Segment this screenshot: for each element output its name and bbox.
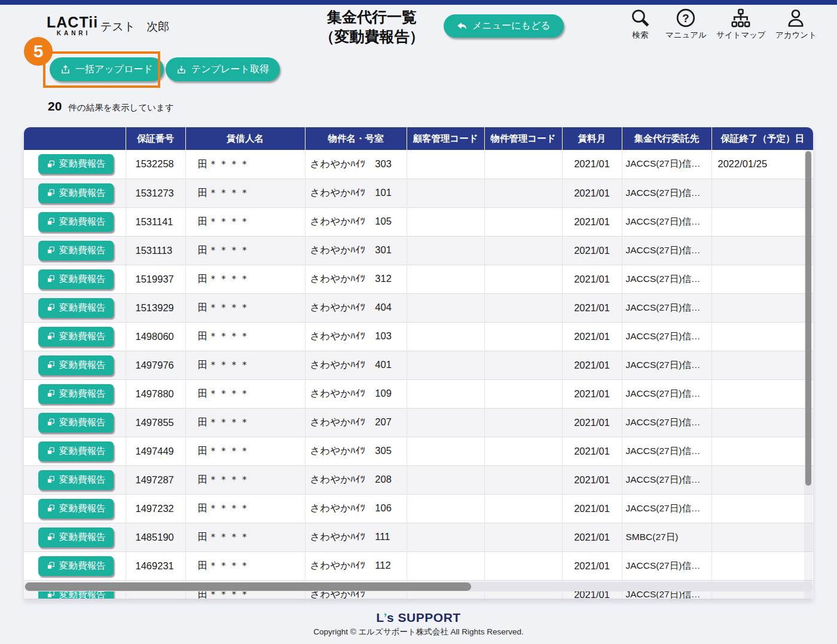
property-room-cell: さわやかﾊｲﾂ 111 [305, 523, 407, 551]
variable-cost-report-button[interactable]: 変動費報告 [38, 470, 114, 490]
action-cell: 変動費報告 [24, 293, 126, 322]
variable-cost-report-label: 変動費報告 [59, 560, 106, 572]
account-icon [785, 7, 807, 29]
nav-item-account[interactable]: アカウント [775, 7, 817, 41]
table-row: 変動費報告 1531113 田＊＊＊＊ さわやかﾊｲﾂ 301 2021/01 … [24, 236, 813, 265]
rent-month-cell: 2021/01 [562, 293, 622, 322]
property-code-cell [484, 236, 562, 265]
reply-arrow-icon [457, 22, 468, 31]
user-name: テスト 次郎 [100, 19, 169, 35]
variable-cost-report-button[interactable]: 変動費報告 [38, 413, 114, 433]
collection-agency-table: 保証番号 賃借人名 物件名・号室 顧客管理コード 物件管理コード 賃料月 集金代… [24, 127, 813, 599]
guarantee-end-date-cell [711, 236, 813, 265]
result-count: 20 件の結果を表示しています [48, 99, 174, 114]
copy-document-icon [46, 160, 56, 169]
copy-document-icon [46, 360, 56, 370]
customer-code-cell [407, 207, 484, 236]
property-code-cell [484, 351, 562, 379]
top-accent-bar [0, 0, 837, 5]
header-property-code: 物件管理コード [484, 127, 562, 150]
guarantee-end-date-cell [711, 351, 813, 379]
rent-month-cell: 2021/01 [562, 322, 622, 351]
action-cell: 変動費報告 [24, 408, 126, 437]
variable-cost-report-label: 変動費報告 [59, 330, 106, 343]
nav-item-manual[interactable]: ? マニュアル [665, 7, 707, 41]
variable-cost-report-button[interactable]: 変動費報告 [38, 499, 114, 519]
table-row: 変動費報告 1497855 田＊＊＊＊ さわやかﾊｲﾂ 207 2021/01 … [24, 408, 813, 437]
property-room-cell: さわやかﾊｲﾂ 312 [305, 265, 407, 293]
footer-logo-l: L [376, 611, 383, 624]
property-code-cell [484, 494, 562, 523]
get-template-label: テンプレート取得 [191, 63, 269, 76]
variable-cost-report-label: 変動費報告 [59, 416, 106, 429]
customer-code-cell [407, 351, 484, 379]
variable-cost-report-button[interactable]: 変動費報告 [38, 269, 114, 289]
nav-item-sitemap[interactable]: サイトマップ [716, 7, 766, 41]
header-nav: 検索 ? マニュアル サイトマップ [625, 7, 817, 41]
variable-cost-report-button[interactable]: 変動費報告 [38, 556, 114, 576]
result-count-text: 件の結果を表示しています [68, 102, 173, 114]
guarantee-number-cell: 1531141 [126, 207, 185, 236]
vertical-scrollbar-thumb[interactable] [805, 151, 811, 486]
variable-cost-report-button[interactable]: 変動費報告 [38, 183, 114, 203]
tenant-name-cell: 田＊＊＊＊ [185, 236, 305, 265]
rent-month-cell: 2021/01 [562, 179, 622, 207]
variable-cost-report-button[interactable]: 変動費報告 [38, 154, 114, 174]
copy-document-icon [46, 561, 56, 571]
tenant-name-cell: 田＊＊＊＊ [185, 179, 305, 207]
guarantee-end-date-cell [711, 293, 813, 322]
property-room-cell: さわやかﾊｲﾂ 305 [305, 437, 407, 465]
property-room-cell: さわやかﾊｲﾂ 208 [305, 465, 407, 494]
variable-cost-report-button[interactable]: 変動費報告 [38, 528, 114, 547]
variable-cost-report-button[interactable]: 変動費報告 [38, 241, 114, 260]
agency-cell: JACCS(27日)信… [622, 408, 711, 437]
rent-month-cell: 2021/01 [562, 437, 622, 465]
agency-cell: SMBC(27日) [622, 523, 711, 551]
property-code-cell [484, 207, 562, 236]
variable-cost-report-label: 変動費報告 [59, 474, 106, 486]
variable-cost-report-button[interactable]: 変動費報告 [38, 441, 114, 461]
variable-cost-report-button[interactable]: 変動費報告 [38, 327, 114, 346]
customer-code-cell [407, 523, 484, 551]
agency-cell: JACCS(27日)信… [622, 150, 711, 179]
variable-cost-report-button[interactable]: 変動費報告 [38, 384, 114, 404]
variable-cost-report-label: 変動費報告 [59, 158, 106, 170]
copy-document-icon [46, 389, 56, 398]
rent-month-cell: 2021/01 [562, 265, 622, 293]
header-tenant-name: 賃借人名 [185, 127, 305, 150]
nav-item-search[interactable]: 検索 [625, 7, 656, 41]
horizontal-scrollbar-thumb[interactable] [25, 582, 471, 591]
tenant-name-cell: 田＊＊＊＊ [185, 207, 305, 236]
copy-document-icon [46, 446, 56, 456]
guarantee-end-date-cell [711, 494, 813, 523]
get-template-button[interactable]: テンプレート取得 [166, 57, 280, 81]
variable-cost-report-button[interactable]: 変動費報告 [38, 355, 114, 375]
back-to-menu-button[interactable]: メニューにもどる [444, 14, 564, 38]
guarantee-number-cell: 1497976 [126, 351, 185, 379]
guarantee-end-date-cell [711, 437, 813, 465]
table-row: 変動費報告 1469231 田＊＊＊＊ さわやかﾊｲﾂ 112 2021/01 … [24, 551, 813, 580]
table-row: 変動費報告 1497976 田＊＊＊＊ さわやかﾊｲﾂ 401 2021/01 … [24, 351, 813, 379]
variable-cost-report-button[interactable]: 変動費報告 [38, 212, 114, 232]
agency-cell: JACCS(27日)信… [622, 351, 711, 379]
copy-document-icon [46, 274, 56, 284]
table-row: 変動費報告 1532258 田＊＊＊＊ さわやかﾊｲﾂ 303 2021/01 … [24, 150, 813, 179]
agency-cell: JACCS(27日)信… [622, 437, 711, 465]
guarantee-number-cell: 1513929 [126, 293, 185, 322]
guarantee-number-cell: 1531273 [126, 179, 185, 207]
bulk-upload-button[interactable]: 一括アップロード [50, 57, 164, 81]
guarantee-end-date-cell [711, 265, 813, 293]
variable-cost-report-button[interactable]: 変動費報告 [38, 298, 114, 318]
nav-label-manual: マニュアル [665, 30, 707, 41]
table-row: 変動費報告 1497880 田＊＊＊＊ さわやかﾊｲﾂ 109 2021/01 … [24, 379, 813, 408]
header-rent-month: 賃料月 [562, 127, 622, 150]
variable-cost-report-label: 変動費報告 [59, 187, 106, 200]
property-code-cell [484, 523, 562, 551]
page-title-line2: （変動費報告） [270, 27, 474, 47]
guarantee-end-date-cell [711, 379, 813, 408]
property-code-cell [484, 293, 562, 322]
property-room-cell: さわやかﾊｲﾂ 301 [305, 236, 407, 265]
rent-month-cell: 2021/01 [562, 408, 622, 437]
customer-code-cell [407, 437, 484, 465]
customer-code-cell [407, 494, 484, 523]
